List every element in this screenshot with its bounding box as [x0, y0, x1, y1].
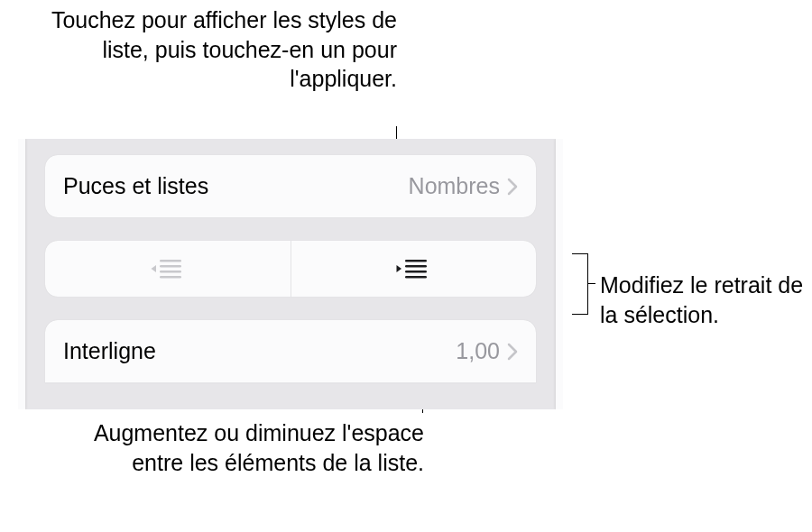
- line-spacing-value: 1,00: [456, 338, 500, 364]
- format-panel: Puces et listes Nombres: [18, 139, 563, 409]
- line-spacing-label: Interligne: [63, 338, 456, 364]
- svg-rect-7: [405, 276, 427, 279]
- chevron-right-icon: [507, 343, 518, 361]
- indent-button[interactable]: [291, 241, 537, 297]
- callout-list-styles: Touchez pour afficher les styles de list…: [36, 5, 397, 94]
- svg-rect-0: [160, 260, 181, 262]
- panel-edge: [556, 139, 563, 409]
- bullets-label: Puces et listes: [63, 173, 409, 199]
- svg-rect-4: [405, 260, 427, 262]
- svg-rect-3: [160, 276, 181, 279]
- outdent-button[interactable]: [45, 241, 291, 297]
- callout-indent: Modifiez le retrait de la sélection.: [600, 271, 812, 329]
- leader-line: [588, 283, 595, 284]
- indent-icon: [396, 257, 430, 280]
- leader-bracket: [572, 253, 588, 315]
- svg-rect-6: [405, 271, 427, 273]
- indent-control: [45, 241, 536, 297]
- chevron-right-icon: [507, 178, 518, 196]
- panel-edge: [18, 139, 25, 409]
- svg-rect-5: [405, 265, 427, 268]
- bullets-value: Nombres: [409, 173, 500, 199]
- svg-rect-2: [160, 271, 181, 273]
- outdent-icon: [151, 257, 185, 280]
- callout-linespacing: Augmentez ou diminuez l'espace entre les…: [77, 418, 424, 477]
- bullets-and-lists-row[interactable]: Puces et listes Nombres: [45, 155, 536, 217]
- svg-rect-1: [160, 265, 181, 268]
- format-panel-content: Puces et listes Nombres: [25, 139, 556, 409]
- line-spacing-row[interactable]: Interligne 1,00: [45, 320, 536, 383]
